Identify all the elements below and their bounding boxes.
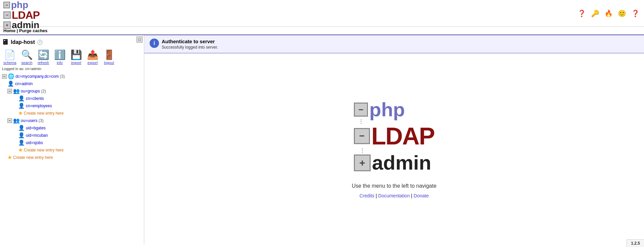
schema-tool[interactable]: 📄 schema xyxy=(1,49,18,65)
right-panel: i Authenticate to server Successfully lo… xyxy=(144,35,644,245)
nav-text: Use the menu to the left to navigate xyxy=(352,183,437,189)
tree-row-new-entry-root[interactable]: ★ Create new entry here xyxy=(7,154,143,161)
version-label: 1.2.5 xyxy=(631,241,640,246)
root-label: dc=mycompany,dc=com (3) xyxy=(15,74,65,79)
big-logo-minus-box1: − xyxy=(354,103,368,117)
refresh-tool[interactable]: 🔄 refresh xyxy=(36,49,51,65)
root-link[interactable]: dc=mycompany,dc=com xyxy=(15,74,59,79)
tree-node-users: − 👥 ou=users (3) 👤 uid=bgates xyxy=(1,117,143,153)
credits-link[interactable]: Credits xyxy=(360,193,374,198)
groups-link[interactable]: ou=groups xyxy=(21,89,40,94)
groups-label: ou=groups (2) xyxy=(21,89,46,94)
bgates-link[interactable]: uid=bgates xyxy=(26,126,46,130)
info-tool[interactable]: ℹ️ info xyxy=(52,49,68,65)
logout-icon: 🚪 xyxy=(103,49,115,60)
top-header: − php − LDAP + admin ❓ 🔑 🔥 🙂 ❓ xyxy=(0,0,644,27)
question-icon[interactable]: ❓ xyxy=(630,8,641,19)
tree-row-mcuban[interactable]: 👤 uid=mcuban xyxy=(17,132,143,139)
new-entry-root-label: Create new entry here xyxy=(13,155,53,160)
toolbar: 📄 schema 🔍 search 🔄 refresh ℹ️ info 💾 im… xyxy=(1,49,143,65)
toggle-users[interactable]: − xyxy=(7,118,12,123)
search-tool[interactable]: 🔍 search xyxy=(19,49,35,65)
clients-link[interactable]: cn=clients xyxy=(26,96,44,101)
big-logo: − php − LDAP + admin xyxy=(354,100,434,173)
admin-link[interactable]: cn=admin xyxy=(15,81,33,86)
center-content: − php − LDAP + admin Use the menu to the… xyxy=(144,53,644,245)
star-icon-groups: ★ xyxy=(18,110,23,116)
main-layout: □ 🖥 ldap-host 🕐 📄 schema 🔍 search 🔄 refr… xyxy=(0,35,644,245)
auth-text: Authenticate to server Successfully logg… xyxy=(162,39,218,50)
home-link[interactable]: Home xyxy=(3,28,15,33)
logout-tool[interactable]: 🚪 logout xyxy=(101,49,117,65)
face-icon[interactable]: 🙂 xyxy=(616,8,627,19)
tree-node-admin: 👤 cn=admin xyxy=(1,80,143,87)
tree-row-groups[interactable]: − 👥 ou=groups (2) xyxy=(7,87,143,95)
tree-node-clients: 👤 cn=clients xyxy=(7,95,143,102)
expand-button[interactable]: □ xyxy=(137,37,143,43)
footer-sep2: | xyxy=(411,193,414,198)
tree-node-sjobs: 👤 uid=sjobs xyxy=(7,139,143,146)
users-icon: 👥 xyxy=(13,117,20,124)
mcuban-label: uid=mcuban xyxy=(26,133,48,138)
import-tool[interactable]: 💾 import xyxy=(68,49,84,65)
tree-row-bgates[interactable]: 👤 uid=bgates xyxy=(17,124,143,131)
auth-subtitle: Successfully logged into server. xyxy=(162,45,218,50)
admin-label: cn=admin xyxy=(15,81,33,86)
tree-row-employees[interactable]: 👤 cn=employees xyxy=(17,102,143,109)
tree-node-mcuban: 👤 uid=mcuban xyxy=(7,132,143,139)
tree-row-root[interactable]: − 🌐 dc=mycompany,dc=com (3) xyxy=(1,73,143,80)
clients-icon: 👤 xyxy=(18,95,25,102)
server-icon: 🖥 xyxy=(1,38,9,47)
users-label: ou=users (3) xyxy=(21,118,44,123)
new-entry-users-link[interactable]: Create new entry here xyxy=(24,148,64,152)
donate-link[interactable]: Donate xyxy=(414,193,429,198)
right-inner: i Authenticate to server Successfully lo… xyxy=(144,35,644,245)
nav-bar: Home | Purge caches xyxy=(0,27,644,35)
big-logo-plus-box: + xyxy=(354,155,371,171)
mcuban-link[interactable]: uid=mcuban xyxy=(26,133,48,138)
key-icon[interactable]: 🔑 xyxy=(590,8,600,19)
tree-node-new-entry-groups: ★ Create new entry here xyxy=(7,110,143,117)
logo-minus-box2: − xyxy=(3,11,11,19)
new-entry-root-link[interactable]: Create new entry here xyxy=(13,155,53,160)
version-bar: 1.2.5 xyxy=(627,239,644,247)
logout-label: logout xyxy=(104,61,114,65)
sjobs-link[interactable]: uid=sjobs xyxy=(26,140,43,145)
server-header: 🖥 ldap-host 🕐 xyxy=(1,38,143,47)
users-link[interactable]: ou=users xyxy=(21,118,38,123)
logo-php: php xyxy=(11,0,28,10)
new-entry-groups-label: Create new entry here xyxy=(24,111,64,116)
toggle-groups[interactable]: − xyxy=(7,89,12,94)
tree-row-new-entry-users[interactable]: ★ Create new entry here xyxy=(17,146,143,153)
export-icon: 📤 xyxy=(87,49,99,60)
globe-icon: 🌐 xyxy=(8,73,14,79)
info-icon: ℹ️ xyxy=(54,49,66,60)
logo-ldap: LDAP xyxy=(12,10,40,20)
sjobs-label: uid=sjobs xyxy=(26,140,43,145)
purge-caches-link[interactable]: Purge caches xyxy=(19,28,48,33)
help-icon[interactable]: ❓ xyxy=(576,8,587,19)
tree-row-new-entry-groups[interactable]: ★ Create new entry here xyxy=(17,110,143,117)
footer-sep1: | xyxy=(376,193,378,198)
logo: − php − LDAP + admin xyxy=(3,0,40,30)
tree-row-admin[interactable]: 👤 cn=admin xyxy=(7,80,143,87)
auth-message: i Authenticate to server Successfully lo… xyxy=(144,35,644,53)
export-tool[interactable]: 📤 export xyxy=(85,49,101,65)
tree-node-employees: 👤 cn=employees xyxy=(7,102,143,109)
toggle-root[interactable]: − xyxy=(2,74,7,79)
nav-separator: | xyxy=(17,28,19,33)
tree-row-sjobs[interactable]: 👤 uid=sjobs xyxy=(17,139,143,146)
bug-icon[interactable]: 🔥 xyxy=(603,8,614,19)
big-logo-minus-box2: − xyxy=(354,128,370,144)
new-entry-groups-link[interactable]: Create new entry here xyxy=(24,111,64,116)
tree-row-clients[interactable]: 👤 cn=clients xyxy=(17,95,143,102)
search-label: search xyxy=(21,61,33,65)
tree-node-new-entry-root: ★ Create new entry here xyxy=(1,154,143,161)
employees-link[interactable]: cn=employees xyxy=(26,104,52,108)
admin-icon: 👤 xyxy=(7,80,14,87)
ldap-tree: − 🌐 dc=mycompany,dc=com (3) 👤 cn=admin xyxy=(1,73,143,161)
tree-row-users[interactable]: − 👥 ou=users (3) xyxy=(7,117,143,124)
clock-icon: 🕐 xyxy=(37,40,43,45)
documentation-link[interactable]: Documentation xyxy=(378,193,410,198)
big-logo-admin: admin xyxy=(372,153,431,173)
